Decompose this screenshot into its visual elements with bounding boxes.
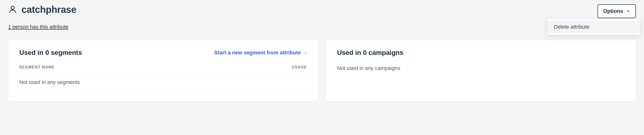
campaigns-card-header: Used in 0 campaigns (337, 49, 625, 56)
campaigns-card: Used in 0 campaigns Not used in any camp… (326, 40, 636, 101)
campaigns-card-title: Used in 0 campaigns (337, 49, 404, 56)
segments-empty-row: Not used in any segments (19, 74, 307, 90)
segments-card: Used in 0 segments Start a new segment f… (8, 40, 318, 101)
person-icon (8, 5, 17, 15)
options-button-label: Options (603, 8, 623, 14)
campaigns-empty-text: Not used in any campaigns (337, 65, 625, 71)
title-group: catchphrase (8, 4, 76, 15)
options-dropdown-wrap: Options Delete attribute (598, 4, 636, 18)
chevron-right-icon (304, 50, 307, 56)
page-title: catchphrase (22, 4, 76, 15)
segments-card-title: Used in 0 segments (19, 49, 82, 56)
segments-col-name: SEGMENT NAME (19, 65, 55, 70)
segments-table-header: SEGMENT NAME USAGE (19, 65, 307, 74)
options-dropdown-menu: Delete attribute (547, 19, 640, 35)
options-button[interactable]: Options (598, 4, 636, 18)
start-segment-link[interactable]: Start a new segment from attribute (214, 50, 307, 56)
svg-point-0 (11, 6, 14, 9)
delete-attribute-item[interactable]: Delete attribute (547, 20, 640, 34)
start-segment-label: Start a new segment from attribute (214, 50, 301, 56)
attribute-count-link[interactable]: 1 person has this attribute (8, 24, 68, 30)
cards-row: Used in 0 segments Start a new segment f… (8, 40, 636, 101)
chevron-down-icon (626, 8, 630, 14)
segments-card-header: Used in 0 segments Start a new segment f… (19, 49, 307, 56)
page-header: catchphrase Options Delete attribute (8, 4, 636, 18)
segments-col-usage: USAGE (292, 65, 307, 70)
